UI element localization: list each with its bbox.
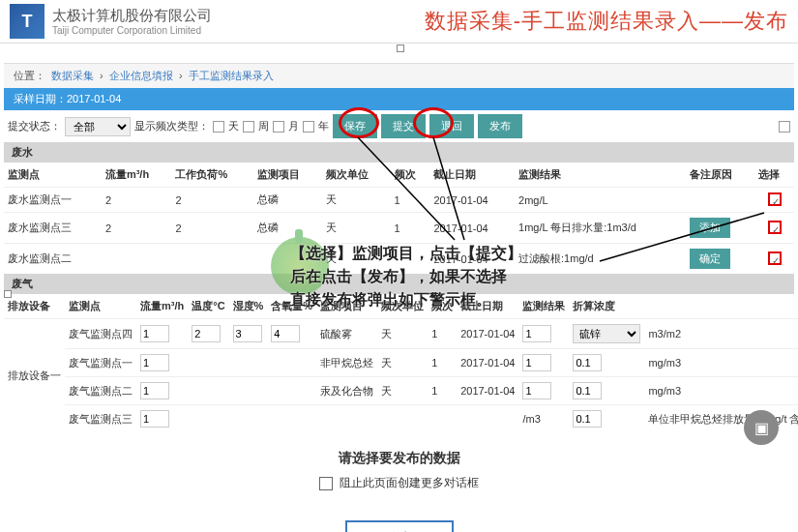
crumb-link[interactable]: 手工监测结果录入 bbox=[189, 70, 274, 81]
table-row: 排放设备一 废气监测点四 硫酸雾天12017-01-04 硫锌 m3/m2 bbox=[4, 319, 798, 349]
gas-section-header: 废气 bbox=[4, 274, 794, 294]
table-row: 废气监测点三 /m3 单位非甲烷总烃排放量: 1 kg/t 含氧量: 1 % bbox=[4, 405, 798, 433]
dialog-suppress: 阻止此页面创建更多对话框 bbox=[0, 475, 798, 491]
row-select-checkbox[interactable]: ✓ bbox=[768, 221, 782, 234]
oxy-input[interactable] bbox=[271, 325, 300, 342]
extra-checkbox[interactable] bbox=[779, 121, 790, 133]
freq-label: 显示频次类型： bbox=[134, 119, 209, 133]
table-row: 废水监测点三22总磷天12017-01-041mg/L 每日排水量:1m3/d … bbox=[4, 213, 794, 244]
gas-table: 排放设备监测点流量m³/h温度°C湿度%含氧量%监测项目频次单位频次截止日期监测… bbox=[4, 294, 798, 432]
flow-input[interactable] bbox=[140, 325, 169, 342]
company-name-cn: 太极计算机股份有限公司 bbox=[52, 7, 212, 25]
publish-button[interactable]: 发布 bbox=[478, 114, 522, 138]
breadcrumb: 位置： 数据采集 › 企业信息填报 › 手工监测结果录入 bbox=[4, 63, 794, 88]
row-select-checkbox[interactable]: ✓ bbox=[768, 192, 782, 206]
suppress-checkbox[interactable] bbox=[319, 477, 333, 490]
toolbar: 提交状态： 全部 显示频次类型： 天 周 月 年 保存 提交 退回 发布 bbox=[0, 110, 798, 142]
resize-handle-icon[interactable] bbox=[397, 44, 404, 52]
result-input[interactable] bbox=[522, 325, 551, 342]
save-button[interactable]: 保存 bbox=[333, 114, 377, 138]
water-table: 监测点 流量m³/h 工作负荷% 监测项目 频次单位 频次 截止日期 监测结果 … bbox=[4, 163, 794, 274]
status-select[interactable]: 全部 bbox=[65, 117, 131, 136]
freq-month-checkbox[interactable] bbox=[273, 121, 284, 133]
crumb-link[interactable]: 企业信息填报 bbox=[109, 70, 173, 81]
dialog-title: 请选择要发布的数据 bbox=[0, 450, 798, 467]
freq-week-checkbox[interactable] bbox=[243, 121, 254, 133]
conc-input[interactable] bbox=[573, 382, 602, 399]
logo-icon: T bbox=[10, 4, 44, 39]
conc-input[interactable] bbox=[573, 410, 602, 428]
page-title: 数据采集-手工监测结果录入——发布 bbox=[425, 7, 788, 36]
table-row: 废气监测点二 汞及化合物天12017-01-04 mg/m3 bbox=[4, 377, 798, 405]
temp-input[interactable] bbox=[192, 325, 221, 342]
flow-input[interactable] bbox=[140, 410, 169, 428]
table-row: 废水监测点二天2017-01-04过滤酸根:1mg/d 确定 ✓ bbox=[4, 244, 794, 275]
resize-handle-icon[interactable] bbox=[4, 290, 12, 298]
result-input[interactable] bbox=[522, 382, 551, 399]
app-header: T 太极计算机股份有限公司 Taiji Computer Corporation… bbox=[0, 0, 798, 44]
ok-button[interactable]: 确定 bbox=[345, 520, 454, 532]
humid-input[interactable] bbox=[233, 325, 262, 342]
back-button[interactable]: 退回 bbox=[429, 114, 474, 138]
sample-date-bar: 采样日期：2017-01-04 bbox=[4, 88, 794, 110]
status-label: 提交状态： bbox=[8, 119, 61, 133]
confirm-button[interactable]: 确定 bbox=[690, 249, 730, 269]
row-select-checkbox[interactable]: ✓ bbox=[768, 251, 782, 265]
freq-year-checkbox[interactable] bbox=[303, 121, 314, 133]
freq-day-checkbox[interactable] bbox=[213, 121, 224, 133]
flow-input[interactable] bbox=[140, 382, 169, 399]
add-button[interactable]: 添加 bbox=[690, 218, 730, 238]
table-row: 废水监测点一22总磷天12017-01-042mg/L ✓ bbox=[4, 188, 794, 213]
table-row: 废气监测点一 非甲烷总烃天12017-01-04 mg/m3 bbox=[4, 349, 798, 377]
water-section-header: 废水 bbox=[4, 142, 794, 163]
result-input[interactable] bbox=[522, 354, 551, 371]
flow-input[interactable] bbox=[140, 354, 169, 371]
conc-input[interactable] bbox=[573, 354, 602, 371]
crumb-link[interactable]: 数据采集 bbox=[51, 70, 94, 81]
company-block: 太极计算机股份有限公司 Taiji Computer Corporation L… bbox=[52, 7, 212, 36]
company-name-en: Taiji Computer Corporation Limited bbox=[52, 25, 212, 36]
image-fab-icon[interactable]: ▣ bbox=[744, 410, 779, 445]
extra-select[interactable]: 硫锌 bbox=[573, 324, 640, 343]
submit-button[interactable]: 提交 bbox=[381, 114, 426, 138]
